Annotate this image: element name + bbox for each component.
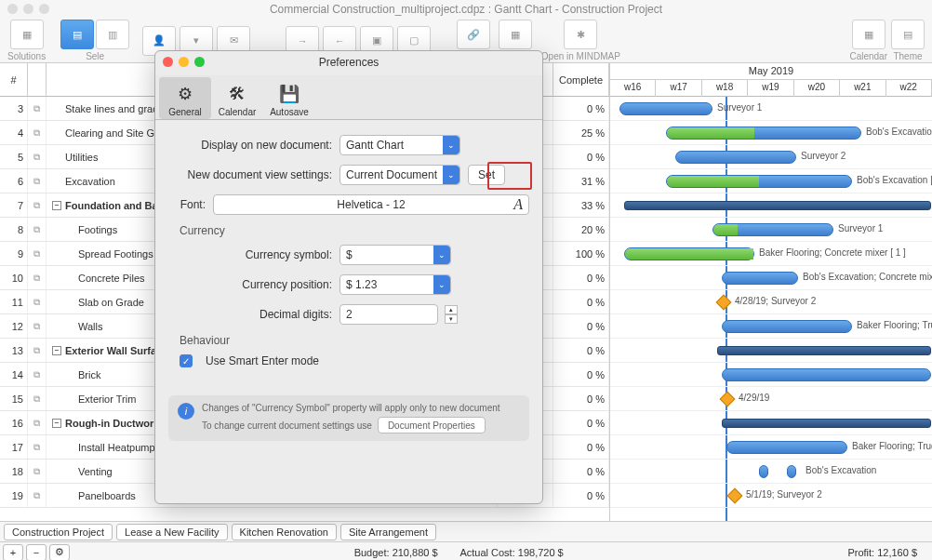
set-button[interactable]: Set [468, 165, 505, 185]
link-icon: ⧉ [33, 103, 40, 114]
link-icon: ⧉ [33, 200, 40, 211]
week-header: w19 [748, 80, 793, 97]
project-tabs: Construction ProjectLease a New Facility… [0, 521, 932, 541]
remove-button[interactable]: − [26, 544, 47, 561]
minimize-icon[interactable] [23, 4, 33, 14]
display-label: Display on new document: [168, 139, 332, 152]
close-icon[interactable] [163, 57, 173, 67]
status-bar: + − ⚙ Budget: 210,880 $ Actual Cost: 198… [0, 541, 932, 560]
link-icon: ⧉ [33, 224, 40, 235]
link-icon: ⧉ [33, 127, 40, 139]
week-header: w16 [610, 80, 656, 97]
zoom-icon[interactable] [39, 4, 49, 14]
tab-general[interactable]: ⚙General [159, 77, 211, 119]
milestone-icon[interactable] [720, 392, 736, 407]
font-icon: A [513, 196, 523, 213]
column-header-complete[interactable]: Complete [553, 63, 609, 96]
display-select[interactable]: Gantt Chart⌄ [340, 135, 460, 155]
project-tab[interactable]: Site Arrangement [340, 524, 436, 540]
link-icon: ⧉ [33, 345, 40, 356]
tab-autosave[interactable]: 💾Autosave [263, 77, 315, 119]
theme-button[interactable]: ▤ [891, 20, 925, 49]
column-header-icon[interactable] [28, 63, 47, 96]
chevron-down-icon: ⌄ [443, 166, 459, 184]
chevron-down-icon: ⌄ [433, 275, 450, 294]
disclosure-icon[interactable]: − [52, 419, 61, 428]
font-field[interactable]: Helvetica - 12A [213, 194, 529, 215]
link-icon: ⧉ [33, 152, 40, 163]
column-header-number[interactable]: # [0, 63, 28, 96]
info-icon: i [178, 403, 194, 420]
solutions-button[interactable]: ▦ [10, 20, 44, 49]
link-icon: ⧉ [33, 321, 40, 332]
summary-bar[interactable] [717, 346, 931, 355]
currency-position-label: Currency position: [168, 278, 332, 291]
zoom-icon[interactable] [194, 57, 205, 67]
chevron-down-icon: ⌄ [443, 136, 459, 154]
currency-group-label: Currency [180, 224, 529, 237]
window-title: Commercial Construction_multiproject.cdp… [270, 3, 662, 16]
week-header: w21 [840, 80, 885, 97]
link-icon: ⧉ [33, 466, 40, 477]
info-box: i Changes of "Currency Symbol" property … [168, 395, 529, 441]
view-mode-button-1[interactable]: ▤ [60, 20, 94, 49]
gear-icon: ⚙ [174, 83, 196, 105]
title-bar: Commercial Construction_multiproject.cdp… [0, 0, 932, 19]
smart-enter-label: Use Smart Enter mode [206, 354, 319, 367]
settings-button[interactable]: ⚙ [49, 544, 70, 561]
chart-body[interactable]: Surveyor 1 Bob's Excavation; Exc Surveyo… [610, 97, 932, 521]
link-button[interactable]: 🔗 [457, 20, 490, 49]
view-settings-select[interactable]: Current Document⌄ [340, 165, 460, 185]
add-button[interactable]: + [3, 544, 23, 561]
currency-symbol-label: Currency symbol: [168, 248, 332, 261]
week-header: w20 [794, 80, 840, 97]
milestone-icon[interactable] [716, 295, 732, 311]
chevron-up-icon: ▴ [445, 305, 458, 314]
link-icon: ⧉ [33, 369, 40, 380]
chevron-down-icon: ⌄ [433, 246, 450, 264]
week-header: w22 [886, 80, 932, 97]
smart-enter-checkbox[interactable]: ✓ [180, 354, 193, 367]
project-tab[interactable]: Lease a New Facility [116, 524, 228, 540]
link-icon: ⧉ [33, 176, 40, 187]
disclosure-icon[interactable]: − [52, 201, 61, 210]
disclosure-icon[interactable]: − [52, 346, 61, 355]
project-tab[interactable]: Kitchen Renovation [232, 524, 337, 540]
font-label: Font: [168, 198, 206, 211]
diagram-button[interactable]: ▦ [499, 20, 532, 49]
milestone-icon[interactable] [727, 488, 743, 504]
gantt-chart: May 2019 w16w17w18w19w20w21w22 Surveyor … [610, 63, 932, 521]
close-icon[interactable] [7, 4, 18, 14]
minimize-icon[interactable] [179, 57, 189, 67]
week-header: w18 [702, 80, 748, 97]
chart-month-header: May 2019 [610, 63, 932, 80]
summary-bar[interactable] [624, 201, 931, 210]
link-icon: ⧉ [33, 490, 40, 501]
view-settings-label: New document view settings: [168, 168, 332, 181]
calendar-button[interactable]: ▦ [852, 20, 885, 49]
mindmap-button[interactable]: ✱ [564, 20, 597, 49]
currency-position-select[interactable]: $ 1.23⌄ [340, 274, 451, 295]
calendar-icon: 🛠 [226, 83, 248, 105]
window-controls [7, 4, 49, 14]
link-icon: ⧉ [33, 273, 40, 284]
link-icon: ⧉ [33, 442, 40, 453]
tab-calendar[interactable]: 🛠Calendar [211, 77, 263, 119]
decimal-digits-input[interactable]: 2 [340, 304, 438, 325]
link-icon: ⧉ [33, 297, 40, 308]
behaviour-group-label: Behaviour [180, 334, 529, 347]
document-properties-button[interactable]: Document Properties [378, 417, 486, 433]
view-mode-button-2[interactable]: ▥ [96, 20, 129, 49]
week-header: w17 [656, 80, 701, 97]
link-icon: ⧉ [33, 418, 40, 429]
preferences-dialog: Preferences ⚙General 🛠Calendar 💾Autosave… [154, 50, 543, 504]
link-icon: ⧉ [33, 248, 40, 260]
save-icon: 💾 [278, 83, 300, 105]
currency-symbol-select[interactable]: $⌄ [340, 245, 451, 265]
summary-bar[interactable] [722, 419, 931, 428]
decimal-stepper[interactable]: ▴▾ [445, 305, 458, 324]
decimal-digits-label: Decimal digits: [168, 308, 332, 321]
project-tab[interactable]: Construction Project [4, 524, 113, 540]
dialog-title-bar[interactable]: Preferences [155, 51, 542, 75]
link-icon: ⧉ [33, 393, 40, 405]
